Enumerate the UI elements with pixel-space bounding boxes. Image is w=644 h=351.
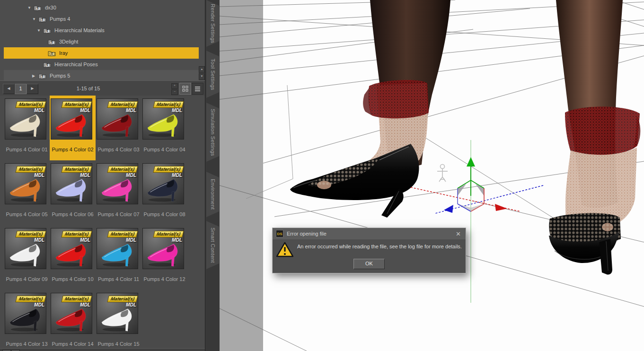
svg-text:S: S xyxy=(46,29,48,33)
material-badge: Material(s) MDL xyxy=(62,99,91,113)
thumbnail-image[interactable]: Material(s) MDL xyxy=(51,228,92,269)
side-tab-strip: Render Settings Tool Settings Simulation… xyxy=(205,0,220,351)
material-thumbnail[interactable]: Material(s) MDL Pumps 4 Color 03 xyxy=(96,96,141,160)
material-thumbnail[interactable]: Material(s) MDL Pumps 4 Color 12 xyxy=(141,225,187,290)
thumbnail-image[interactable]: Material(s) MDL xyxy=(51,163,92,204)
material-thumbnail[interactable]: Material(s) MDL Pumps 4 Color 14 xyxy=(50,290,96,348)
side-tab[interactable]: Tool Settings xyxy=(206,51,219,98)
thumbnail-label: Pumps 4 Color 15 xyxy=(96,341,141,347)
side-tab[interactable]: Simulation Settings xyxy=(206,103,219,162)
folder-tree-item[interactable]: S Iray xyxy=(4,47,199,59)
close-icon[interactable]: ✕ xyxy=(454,230,462,237)
folder-tree-item[interactable]: S dx30 xyxy=(4,2,199,13)
dialog-title-bar[interactable]: DS Error opening file ✕ xyxy=(273,228,466,239)
thumbnail-image[interactable]: Material(s) MDL xyxy=(142,163,184,204)
side-tab[interactable]: Render Settings xyxy=(206,0,219,47)
thumbnail-image[interactable]: Material(s) MDL xyxy=(97,163,138,204)
thumbnail-label: Pumps 4 Color 02 xyxy=(50,147,96,152)
material-badge-label: Material(s) xyxy=(61,296,92,302)
thumbnail-image[interactable]: Material(s) MDL xyxy=(97,98,138,140)
page-range-label: 1-15 of 15 xyxy=(0,81,176,96)
mdl-badge-label: MDL xyxy=(108,108,136,113)
material-thumbnail[interactable]: Material(s) MDL Pumps 4 Color 04 xyxy=(141,96,187,160)
folder-icon: S xyxy=(34,5,42,11)
material-thumbnail[interactable]: Material(s) MDL Pumps 4 Color 02 xyxy=(50,96,96,160)
material-badge-label: Material(s) xyxy=(61,231,92,237)
side-tab[interactable]: Environment xyxy=(206,172,219,217)
tree-scrollbar[interactable]: ▲ ▼ xyxy=(199,66,204,80)
folder-icon: S xyxy=(43,61,51,68)
thumbnail-label: Pumps 4 Color 06 xyxy=(50,211,96,217)
material-badge: Material(s) MDL xyxy=(16,229,45,243)
side-tab-label: Render Settings xyxy=(210,4,216,43)
side-tab-label: Environment xyxy=(210,179,216,210)
list-view-icon xyxy=(194,86,201,92)
material-thumbnail[interactable]: Material(s) MDL Pumps 4 Color 06 xyxy=(50,160,96,225)
thumbnail-image[interactable]: Material(s) MDL xyxy=(5,98,46,140)
folder-tree-rows: S dx30 S Pumps 4 S Hierarchical Material… xyxy=(0,0,205,80)
tree-expand-arrow-icon[interactable] xyxy=(32,17,38,21)
material-badge: Material(s) MDL xyxy=(154,99,183,113)
folder-label: Pumps 5 xyxy=(50,73,70,79)
material-thumbnail[interactable]: Material(s) MDL Pumps 4 Color 09 xyxy=(4,225,50,290)
viewport-3d[interactable]: DS Error opening file ✕ An error occurre… xyxy=(220,0,644,351)
folder-tree-item[interactable]: S 3Delight xyxy=(4,36,199,47)
thumbnail-image[interactable]: Material(s) MDL xyxy=(142,228,184,269)
folder-label: 3Delight xyxy=(59,39,78,44)
pagination-bar: ◄ 1 ► 1-15 of 15 + − xyxy=(0,80,205,97)
side-tab[interactable]: Smart Content xyxy=(206,221,219,269)
folder-icon: S xyxy=(38,16,46,22)
dialog-body: An error occurred while reading the file… xyxy=(273,239,466,273)
material-badge-label: Material(s) xyxy=(153,101,184,108)
thumbnail-image[interactable]: Material(s) MDL xyxy=(5,293,46,334)
thumbnail-image[interactable]: Material(s) MDL xyxy=(142,98,184,140)
material-thumbnail[interactable]: Material(s) MDL Pumps 4 Color 07 xyxy=(96,160,141,225)
spinner-plus-button[interactable]: + xyxy=(171,83,178,89)
mdl-badge-label: MDL xyxy=(62,237,90,243)
material-thumbnail[interactable]: Material(s) MDL Pumps 4 Color 15 xyxy=(96,290,141,348)
material-thumbnail[interactable]: Material(s) MDL Pumps 4 Color 05 xyxy=(4,160,50,225)
size-spinner[interactable]: + − xyxy=(171,83,177,96)
tree-expand-arrow-icon[interactable] xyxy=(37,28,43,33)
mdl-badge-label: MDL xyxy=(16,173,44,178)
thumbnail-label: Pumps 4 Color 01 xyxy=(4,147,50,152)
thumbnail-label: Pumps 4 Color 05 xyxy=(4,211,50,217)
mdl-badge-label: MDL xyxy=(62,173,90,178)
material-thumbnail[interactable]: Material(s) MDL Pumps 4 Color 01 xyxy=(4,96,50,160)
thumbnail-label: Pumps 4 Color 11 xyxy=(96,276,141,282)
material-badge-label: Material(s) xyxy=(107,231,138,237)
thumbnail-image[interactable]: Material(s) MDL xyxy=(5,163,46,204)
material-thumbnail[interactable]: Material(s) MDL Pumps 4 Color 13 xyxy=(4,290,50,348)
thumbnail-label: Pumps 4 Color 14 xyxy=(50,341,96,347)
material-thumbnail[interactable]: Material(s) MDL Pumps 4 Color 11 xyxy=(96,225,141,290)
thumbnail-image[interactable]: Material(s) MDL xyxy=(5,228,46,269)
thumbnail-image[interactable]: Material(s) MDL xyxy=(97,293,138,334)
thumbnail-label: Pumps 4 Color 10 xyxy=(50,276,96,282)
material-badge: Material(s) MDL xyxy=(154,229,183,243)
svg-text:S: S xyxy=(51,41,53,44)
folder-tree-item[interactable]: S Pumps 5 xyxy=(4,70,199,80)
thumbnail-image[interactable]: Material(s) MDL xyxy=(97,228,138,269)
thumbnail-image[interactable]: Material(s) MDL xyxy=(51,98,92,140)
material-badge: Material(s) MDL xyxy=(108,229,137,243)
folder-tree-item[interactable]: S Pumps 4 xyxy=(4,13,199,25)
panel-bottom-bar xyxy=(0,348,205,351)
svg-text:S: S xyxy=(36,7,39,10)
tree-expand-arrow-icon[interactable] xyxy=(32,74,38,78)
thumbnail-image[interactable]: Material(s) MDL xyxy=(51,293,92,334)
material-badge-label: Material(s) xyxy=(153,166,184,173)
spinner-minus-button[interactable]: − xyxy=(171,89,178,95)
folder-tree-item[interactable]: S Hierarchical Materials xyxy=(4,25,199,36)
material-thumbnail[interactable]: Material(s) MDL Pumps 4 Color 10 xyxy=(50,225,96,290)
folder-tree-item[interactable]: S Hierarchical Poses xyxy=(4,59,199,70)
ok-button[interactable]: OK xyxy=(353,259,385,269)
scroll-down-button[interactable]: ▼ xyxy=(199,73,205,80)
mdl-badge-label: MDL xyxy=(16,237,44,243)
grid-view-button[interactable] xyxy=(179,83,191,95)
tree-expand-arrow-icon[interactable] xyxy=(27,6,34,10)
material-thumbnail-grid: Material(s) MDL Pumps 4 Color 01 xyxy=(0,96,209,348)
material-thumbnail[interactable]: Material(s) MDL Pumps 4 Color 08 xyxy=(141,160,187,225)
list-view-button[interactable] xyxy=(192,83,203,95)
folder-label: dx30 xyxy=(45,5,56,10)
scroll-up-button[interactable]: ▲ xyxy=(199,66,205,73)
